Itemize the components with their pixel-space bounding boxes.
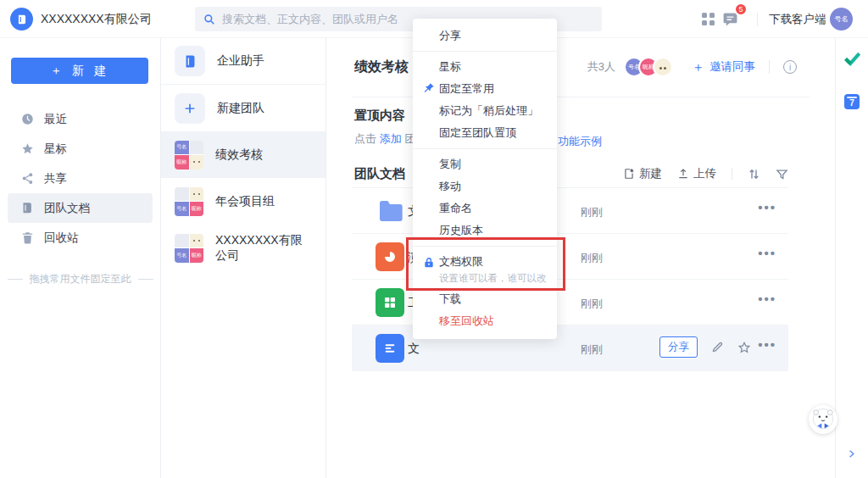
edit-pencil-icon[interactable] (711, 341, 724, 353)
menu-item-move[interactable]: 移动 (413, 175, 557, 197)
lock-icon (423, 257, 435, 269)
team-item-new-team[interactable]: 新建团队 (161, 85, 326, 131)
demo-link[interactable]: 功能示例 (558, 134, 602, 149)
drag-hint: 拖拽常用文件固定至此 (0, 272, 160, 286)
sidebar-item-recent[interactable]: 最近 (8, 104, 153, 134)
menu-item-subtitle: 设置谁可以看，谁可以改 (439, 271, 557, 285)
team-docs-icon (21, 202, 34, 214)
add-link[interactable]: 添加 (380, 132, 402, 145)
calendar-icon[interactable]: 7 (844, 94, 860, 109)
right-rail: 7 (835, 38, 868, 478)
upload-button[interactable]: 上传 (677, 166, 716, 181)
modified-time: 刚刚 (581, 251, 603, 266)
menu-item-copy[interactable]: 复制 (413, 153, 557, 175)
menu-item-mark-later[interactable]: 标记为「稍后处理」 (413, 100, 557, 122)
team-avatar-collage: 号名 昵称 (175, 141, 203, 170)
docs-title: 团队文档 (354, 166, 405, 182)
apps-grid-icon[interactable] (702, 13, 715, 25)
more-actions-icon[interactable]: ••• (758, 246, 776, 260)
team-avatar-collage: 号名 昵称 (175, 187, 203, 216)
download-client-button[interactable]: 下载客户端 (769, 12, 826, 27)
upload-icon (677, 168, 689, 180)
menu-item-pin-team-top[interactable]: 固定至团队置顶 (413, 122, 557, 144)
modified-time: 刚刚 (581, 297, 603, 312)
team-item-assistant[interactable]: 企业助手 (161, 38, 326, 85)
filter-icon[interactable] (776, 168, 788, 181)
menu-item-download[interactable]: 下载 (413, 288, 557, 310)
team-item-performance[interactable]: 号名 昵称 绩效考核 (161, 131, 326, 178)
clock-icon (21, 113, 34, 125)
notification-badge: 5 (734, 3, 748, 16)
team-item-company[interactable]: 号名 昵称 XXXXXXXX有限公司 (161, 225, 326, 271)
star-outline-icon[interactable] (737, 341, 751, 354)
feedback-mascot-icon[interactable] (809, 405, 837, 434)
chevron-down-icon (142, 16, 149, 23)
modified-time: 刚刚 (581, 342, 603, 358)
assistant-doc-icon (175, 46, 205, 76)
teams-column: 企业助手 新建团队 号名 昵称 绩效考核 号名 昵称 年会项目组 号名 昵称 (161, 38, 326, 478)
left-sidebar: ＋ 新 建 最近 星标 共享 团队文档 回收站 拖拽常用文件固定至此 (0, 38, 161, 478)
new-button[interactable]: ＋ 新 建 (11, 58, 148, 84)
main-panel: 绩效考核 共3人 号名 昵称 ＋ 邀请同事 i 置顶内容编辑 点击 添加 团队重… (326, 38, 835, 478)
page-title: 绩效考核 (354, 58, 409, 76)
menu-item-pin-frequent[interactable]: 固定至常用 (413, 78, 557, 100)
new-doc-icon (623, 168, 635, 180)
trash-icon (21, 231, 34, 244)
more-actions-icon[interactable]: ••• (758, 337, 776, 352)
sidebar-item-starred[interactable]: 星标 (8, 134, 153, 164)
emoji-avatar (653, 57, 673, 77)
share-icon (21, 172, 34, 185)
user-avatar[interactable]: 号名 (830, 8, 853, 31)
topbar-divider (757, 13, 758, 26)
menu-item-share[interactable]: 分享 (413, 25, 557, 47)
new-doc-button[interactable]: 新建 (623, 166, 662, 181)
collapse-chevron-icon[interactable] (847, 449, 856, 459)
info-icon[interactable]: i (783, 60, 797, 74)
plus-icon (175, 93, 205, 124)
doc-file-icon (376, 334, 404, 363)
slide-file-icon (376, 242, 404, 271)
menu-item-move-to-trash[interactable]: 移至回收站 (413, 310, 557, 332)
emoji-avatar (190, 155, 204, 170)
more-actions-icon[interactable]: ••• (758, 200, 776, 214)
more-actions-icon[interactable]: ••• (758, 292, 776, 306)
emoji-avatar (190, 234, 204, 248)
star-icon (21, 142, 34, 155)
menu-item-rename[interactable]: 重命名 (413, 197, 557, 220)
folder-icon (376, 197, 404, 225)
menu-item-doc-permission[interactable]: 文档权限 设置谁可以看，谁可以改 (413, 251, 557, 288)
pin-icon (423, 82, 435, 94)
approval-check-icon[interactable] (843, 49, 861, 68)
menu-item-star[interactable]: 星标 (413, 56, 557, 78)
emoji-avatar (190, 187, 204, 202)
team-item-annual-meeting[interactable]: 号名 昵称 年会项目组 (161, 178, 326, 225)
invite-colleague-button[interactable]: ＋ 邀请同事 (692, 59, 755, 75)
search-icon (203, 14, 215, 25)
member-count: 共3人 (587, 59, 615, 75)
sidebar-item-trash[interactable]: 回收站 (8, 223, 153, 253)
pinned-title: 置顶内容 (354, 108, 405, 124)
sidebar-item-shared[interactable]: 共享 (8, 164, 153, 193)
app-logo-icon[interactable] (10, 8, 33, 31)
company-switcher[interactable]: XXXXXXXX有限公司 (41, 12, 152, 27)
sidebar-item-team-docs[interactable]: 团队文档 (8, 193, 153, 223)
member-avatars[interactable]: 号名 昵称 (624, 57, 673, 77)
modified-time: 刚刚 (581, 205, 603, 220)
sort-icon[interactable] (748, 168, 760, 181)
context-menu: 分享 星标 固定至常用 标记为「稍后处理」 固定至团队置顶 复制 移动 重命名 … (413, 19, 557, 339)
menu-item-history[interactable]: 历史版本 (413, 220, 557, 242)
sheet-file-icon (376, 288, 404, 317)
share-button[interactable]: 分享 (659, 336, 698, 358)
plus-icon: ＋ (692, 59, 704, 75)
team-avatar-collage: 号名 昵称 (175, 234, 203, 263)
